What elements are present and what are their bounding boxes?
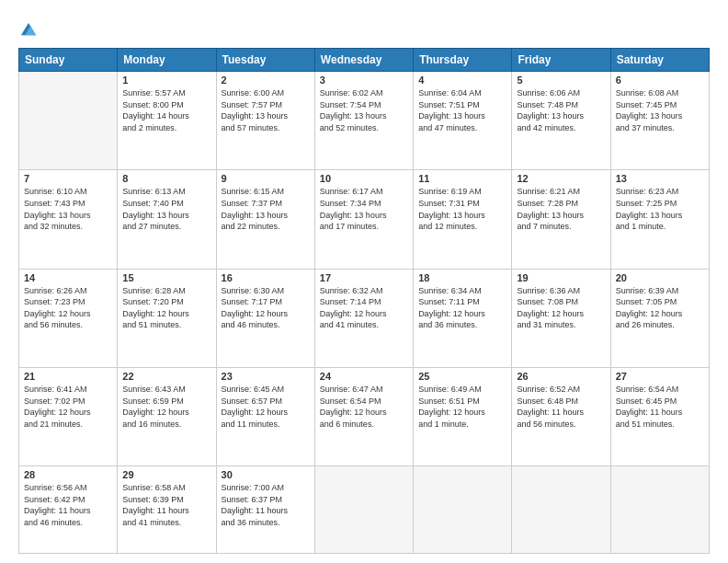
calendar-cell: 26Sunrise: 6:52 AMSunset: 6:48 PMDayligh… [512,367,610,465]
day-number: 22 [122,371,210,382]
calendar-cell: 25Sunrise: 6:49 AMSunset: 6:51 PMDayligh… [414,367,512,465]
day-info: Sunrise: 6:58 AMSunset: 6:39 PMDaylight:… [122,482,210,528]
day-number: 14 [24,272,112,283]
day-number: 20 [616,272,704,283]
weekday-header-thursday: Thursday [414,49,512,72]
day-number: 11 [418,173,506,184]
page: SundayMondayTuesdayWednesdayThursdayFrid… [0,0,728,563]
calendar-cell: 18Sunrise: 6:34 AMSunset: 7:11 PMDayligh… [414,269,512,367]
day-info: Sunrise: 6:08 AMSunset: 7:45 PMDaylight:… [616,87,704,133]
calendar-cell: 3Sunrise: 6:02 AMSunset: 7:54 PMDaylight… [314,72,413,170]
weekday-header-wednesday: Wednesday [314,49,413,72]
day-info: Sunrise: 6:41 AMSunset: 7:02 PMDaylight:… [24,384,112,430]
day-number: 6 [616,75,704,86]
day-info: Sunrise: 6:32 AMSunset: 7:14 PMDaylight:… [320,285,408,331]
day-number: 3 [320,75,408,86]
calendar-cell [610,466,709,554]
calendar-cell: 24Sunrise: 6:47 AMSunset: 6:54 PMDayligh… [314,367,413,465]
calendar-cell: 6Sunrise: 6:08 AMSunset: 7:45 PMDaylight… [610,72,709,170]
calendar-cell: 23Sunrise: 6:45 AMSunset: 6:57 PMDayligh… [216,367,314,465]
weekday-header-saturday: Saturday [610,49,709,72]
day-number: 10 [320,173,408,184]
day-info: Sunrise: 6:49 AMSunset: 6:51 PMDaylight:… [418,384,506,430]
day-number: 24 [320,371,408,382]
day-number: 19 [517,272,605,283]
logo-icon [18,20,39,40]
day-number: 23 [222,371,310,382]
calendar-cell [414,466,512,554]
day-info: Sunrise: 6:21 AMSunset: 7:28 PMDaylight:… [517,186,605,232]
weekday-header-monday: Monday [118,49,216,72]
calendar-cell: 2Sunrise: 6:00 AMSunset: 7:57 PMDaylight… [216,72,314,170]
header [18,17,710,40]
day-number: 15 [122,272,210,283]
calendar-week-2: 7Sunrise: 6:10 AMSunset: 7:43 PMDaylight… [19,170,710,269]
day-number: 16 [222,272,310,283]
calendar-cell: 11Sunrise: 6:19 AMSunset: 7:31 PMDayligh… [414,170,512,269]
calendar-cell: 1Sunrise: 5:57 AMSunset: 8:00 PMDaylight… [118,72,216,170]
calendar-table: SundayMondayTuesdayWednesdayThursdayFrid… [18,48,710,554]
calendar-cell: 16Sunrise: 6:30 AMSunset: 7:17 PMDayligh… [216,269,314,367]
calendar-cell: 12Sunrise: 6:21 AMSunset: 7:28 PMDayligh… [512,170,610,269]
calendar-cell: 20Sunrise: 6:39 AMSunset: 7:05 PMDayligh… [610,269,709,367]
calendar-cell: 5Sunrise: 6:06 AMSunset: 7:48 PMDaylight… [512,72,610,170]
calendar-cell [314,466,413,554]
calendar-cell [19,72,118,170]
day-info: Sunrise: 6:43 AMSunset: 6:59 PMDaylight:… [122,384,210,430]
day-number: 26 [517,371,605,382]
calendar-cell: 15Sunrise: 6:28 AMSunset: 7:20 PMDayligh… [118,269,216,367]
day-number: 5 [517,75,605,86]
calendar-cell: 27Sunrise: 6:54 AMSunset: 6:45 PMDayligh… [610,367,709,465]
day-info: Sunrise: 6:56 AMSunset: 6:42 PMDaylight:… [24,482,112,528]
day-info: Sunrise: 6:17 AMSunset: 7:34 PMDaylight:… [320,186,408,232]
day-number: 29 [122,469,210,480]
day-number: 30 [222,469,310,480]
calendar-cell: 8Sunrise: 6:13 AMSunset: 7:40 PMDaylight… [118,170,216,269]
day-info: Sunrise: 6:30 AMSunset: 7:17 PMDaylight:… [222,285,310,331]
calendar-cell: 22Sunrise: 6:43 AMSunset: 6:59 PMDayligh… [118,367,216,465]
weekday-header-row: SundayMondayTuesdayWednesdayThursdayFrid… [19,49,710,72]
day-info: Sunrise: 5:57 AMSunset: 8:00 PMDaylight:… [122,87,210,133]
calendar-cell: 9Sunrise: 6:15 AMSunset: 7:37 PMDaylight… [216,170,314,269]
calendar-cell: 13Sunrise: 6:23 AMSunset: 7:25 PMDayligh… [610,170,709,269]
weekday-header-sunday: Sunday [19,49,118,72]
day-number: 27 [616,371,704,382]
day-info: Sunrise: 6:00 AMSunset: 7:57 PMDaylight:… [222,87,310,133]
day-info: Sunrise: 6:39 AMSunset: 7:05 PMDaylight:… [616,285,704,331]
calendar-cell: 7Sunrise: 6:10 AMSunset: 7:43 PMDaylight… [19,170,118,269]
calendar-week-4: 21Sunrise: 6:41 AMSunset: 7:02 PMDayligh… [19,367,710,465]
day-info: Sunrise: 6:10 AMSunset: 7:43 PMDaylight:… [24,186,112,232]
day-info: Sunrise: 7:00 AMSunset: 6:37 PMDaylight:… [222,482,310,528]
day-info: Sunrise: 6:13 AMSunset: 7:40 PMDaylight:… [122,186,210,232]
calendar-cell: 4Sunrise: 6:04 AMSunset: 7:51 PMDaylight… [414,72,512,170]
day-number: 2 [222,75,310,86]
day-info: Sunrise: 6:47 AMSunset: 6:54 PMDaylight:… [320,384,408,430]
day-info: Sunrise: 6:02 AMSunset: 7:54 PMDaylight:… [320,87,408,133]
day-info: Sunrise: 6:15 AMSunset: 7:37 PMDaylight:… [222,186,310,232]
day-info: Sunrise: 6:36 AMSunset: 7:08 PMDaylight:… [517,285,605,331]
day-number: 1 [122,75,210,86]
day-info: Sunrise: 6:54 AMSunset: 6:45 PMDaylight:… [616,384,704,430]
calendar-cell: 19Sunrise: 6:36 AMSunset: 7:08 PMDayligh… [512,269,610,367]
calendar-week-5: 28Sunrise: 6:56 AMSunset: 6:42 PMDayligh… [19,466,710,554]
calendar-cell: 21Sunrise: 6:41 AMSunset: 7:02 PMDayligh… [19,367,118,465]
logo [18,20,40,40]
day-info: Sunrise: 6:06 AMSunset: 7:48 PMDaylight:… [517,87,605,133]
calendar-cell: 30Sunrise: 7:00 AMSunset: 6:37 PMDayligh… [216,466,314,554]
day-number: 17 [320,272,408,283]
day-info: Sunrise: 6:23 AMSunset: 7:25 PMDaylight:… [616,186,704,232]
day-info: Sunrise: 6:34 AMSunset: 7:11 PMDaylight:… [418,285,506,331]
weekday-header-tuesday: Tuesday [216,49,314,72]
calendar-cell: 28Sunrise: 6:56 AMSunset: 6:42 PMDayligh… [19,466,118,554]
calendar-cell [512,466,610,554]
day-number: 18 [418,272,506,283]
calendar-cell: 10Sunrise: 6:17 AMSunset: 7:34 PMDayligh… [314,170,413,269]
weekday-header-friday: Friday [512,49,610,72]
day-number: 9 [222,173,310,184]
day-number: 12 [517,173,605,184]
day-info: Sunrise: 6:04 AMSunset: 7:51 PMDaylight:… [418,87,506,133]
day-number: 8 [122,173,210,184]
calendar-cell: 29Sunrise: 6:58 AMSunset: 6:39 PMDayligh… [118,466,216,554]
day-info: Sunrise: 6:19 AMSunset: 7:31 PMDaylight:… [418,186,506,232]
day-number: 13 [616,173,704,184]
